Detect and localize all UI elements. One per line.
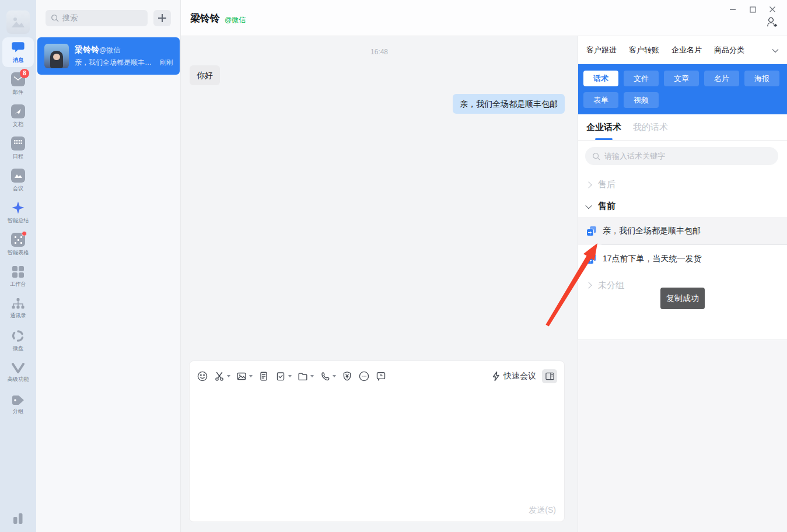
note-icon [258,370,270,382]
chat-clock-icon [375,370,387,382]
panel-footer-area [578,340,787,532]
add-member-button[interactable] [765,16,778,30]
more-icon [358,370,370,382]
chat-title-tag: @微信 [225,15,246,25]
side-panel-toggle[interactable] [542,369,557,383]
scheduled-message-button[interactable] [375,370,387,382]
sidebar-item-contacts[interactable]: 通讯录 [0,293,36,325]
category-files[interactable]: 文件 [624,71,659,86]
copy-send-icon[interactable] [586,254,596,264]
user-avatar[interactable] [6,10,30,34]
close-icon [769,6,776,13]
dropdown-caret-icon [333,375,336,377]
category-articles[interactable]: 文章 [664,71,699,86]
stats-button[interactable] [0,513,36,524]
screenshot-button[interactable] [214,370,230,382]
notification-dot [22,231,27,236]
search-icon [592,152,600,160]
composer: 快速会议 发送(S) [189,360,565,522]
sidebar-item-smart-summary[interactable]: 智能总结 [0,197,36,229]
image-button[interactable] [236,370,253,382]
category-cards[interactable]: 名片 [704,71,739,86]
content-category-block: 话术 文件 文章 名片 海报 表单 视频 [578,64,787,114]
sidebar-item-messages[interactable]: 消息 [0,36,36,68]
script-group-list: 售后 售前 亲，我们全场都是顺丰包邮 17点前下单，当天统一发货 未分组 [578,174,787,298]
call-button[interactable] [319,370,336,382]
tab-customer-transfer[interactable]: 客户转账 [629,45,659,55]
copy-send-icon[interactable] [586,226,596,236]
contact-avatar [44,44,69,68]
file-button[interactable] [297,370,314,382]
sidebar-item-docs[interactable]: 文档 [0,100,36,132]
shield-yen-icon [341,370,353,382]
script-search-placeholder: 请输入话术关键字 [604,151,665,162]
chat-title: 梁铃铃 [190,12,220,25]
more-button[interactable] [358,370,370,382]
docs-icon [11,104,25,118]
sidebar-item-wedrive[interactable]: 微盘 [0,325,36,357]
customer-tools-panel: 客户跟进 客户转账 企业名片 商品分类 话术 文件 文章 名片 海报 表单 视频… [578,36,787,532]
category-posters[interactable]: 海报 [744,71,779,86]
payment-button[interactable] [341,370,353,382]
sidebar-item-label: 微盘 [13,345,23,352]
category-videos[interactable]: 视频 [624,92,659,108]
dropdown-caret-icon [310,375,314,377]
search-input[interactable]: 搜索 [46,10,148,26]
chevron-down-icon [585,202,592,208]
script-item[interactable]: 亲，我们全场都是顺丰包邮 [578,217,787,245]
group-label: 未分组 [598,280,624,291]
calendar-icon [11,136,25,150]
sidebar-item-meeting[interactable]: 会议 [0,164,36,197]
note-button[interactable] [258,370,270,382]
conversation-item-selected[interactable]: 梁铃铃 @微信 亲，我们全场都是顺丰… 刚刚 [37,37,180,75]
category-scripts[interactable]: 话术 [583,71,618,86]
tab-my-scripts[interactable]: 我的话术 [633,114,668,140]
collapse-panel-button[interactable] [772,45,779,55]
quick-meeting-label: 快速会议 [503,371,536,382]
send-button[interactable]: 发送(S) [529,505,556,516]
image-icon [236,370,247,382]
tab-company-scripts[interactable]: 企业话术 [586,114,621,140]
sidebar-item-advanced[interactable]: 高级功能 [0,357,36,389]
contacts-icon [12,298,25,310]
mail-icon: 8 [11,72,25,86]
sidebar-item-smart-table[interactable]: 智能表格 [0,229,36,261]
conversation-source-tag: @微信 [99,46,120,55]
dropdown-caret-icon [288,375,292,377]
chevron-right-icon [585,181,592,188]
add-button[interactable] [153,10,171,26]
tag-icon [12,395,25,405]
chat-header: 梁铃铃 @微信 [181,0,787,36]
emoji-button[interactable] [197,370,208,382]
sidebar-item-mail[interactable]: 8 邮件 [0,68,36,100]
minimize-button[interactable] [723,1,743,18]
group-pre-sales[interactable]: 售前 [578,195,787,217]
conversation-name: 梁铃铃 [75,45,99,55]
sidebar-item-label: 邮件 [13,89,23,96]
script-search-input[interactable]: 请输入话术关键字 [585,147,778,165]
bar-chart-icon [12,513,24,524]
folder-icon [297,370,309,382]
maximize-button[interactable] [743,1,762,18]
search-icon [51,14,59,22]
close-button[interactable] [762,1,782,18]
todo-button[interactable] [275,370,292,382]
category-forms[interactable]: 表单 [583,92,618,108]
message-bubble-incoming[interactable]: 你好 [190,65,220,85]
meeting-icon [11,169,25,183]
tab-company-card[interactable]: 企业名片 [671,45,702,55]
group-after-sales[interactable]: 售后 [578,174,787,195]
workbench-icon [12,265,25,278]
sidebar-item-workbench[interactable]: 工作台 [0,261,36,293]
sidebar-item-groups[interactable]: 分组 [0,389,36,421]
message-input[interactable] [197,389,557,498]
smart-table-icon [11,233,25,247]
script-item[interactable]: 17点前下单，当天统一发货 [578,245,787,273]
message-bubble-outgoing[interactable]: 亲，我们全场都是顺丰包邮 [453,94,565,114]
tab-customer-follow[interactable]: 客户跟进 [586,45,617,55]
tab-product-category[interactable]: 商品分类 [714,45,744,55]
sidebar-item-schedule[interactable]: 日程 [0,132,36,164]
conversation-time: 刚刚 [160,58,173,67]
quick-meeting-button[interactable]: 快速会议 [491,371,536,382]
maximize-icon [750,6,756,13]
